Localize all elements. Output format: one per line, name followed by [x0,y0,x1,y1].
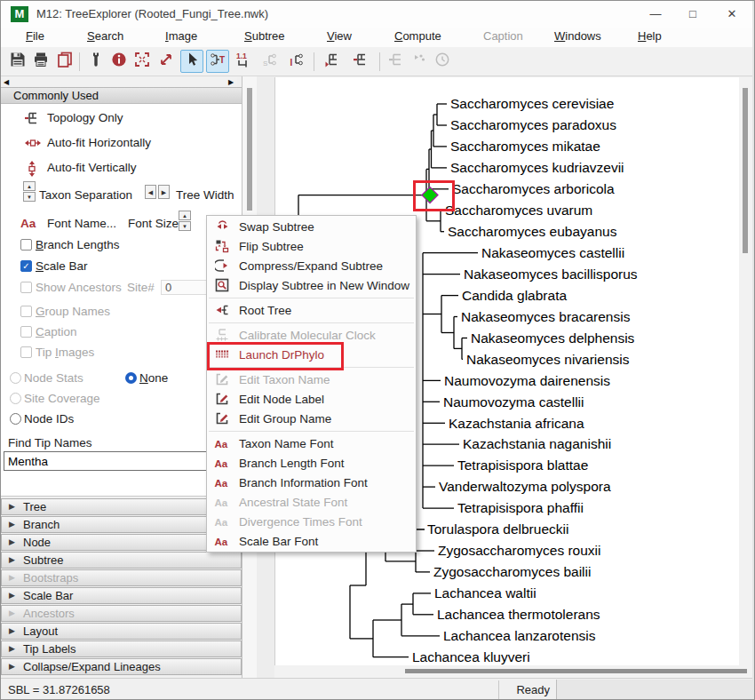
taxon-label[interactable]: Nakaseomyces bracarensis [461,309,631,324]
sidebar-horizontal-scrollbar[interactable]: ◀ ▶ [1,77,237,87]
expand-lineage-button[interactable] [321,50,344,73]
menu-item-branch-length-font[interactable]: AaBranch Length Font [207,453,416,473]
tree-vscroll-thumb[interactable] [743,88,748,253]
sidebar-action-auto-fit-vertically[interactable]: Auto-fit Vertically [1,158,242,178]
taxon-label[interactable]: Lachancea kluyveri [412,649,530,664]
taxon-label[interactable]: Lachancea thermotolerans [437,607,600,622]
title-bar: M M12: TreeExplorer (Rooted_Fungi_Tree.n… [1,1,752,28]
taxon-label[interactable]: Naumovozyma dairenensis [444,373,610,388]
close-button[interactable]: ✕ [712,1,751,27]
menu-item-flip-subtree[interactable]: Flip Subtree [207,236,416,256]
minimize-button[interactable]: — [636,1,675,27]
none-radio[interactable] [125,372,137,384]
expand-lineage-icon [324,52,340,71]
font-aa-icon: Aa [20,217,36,230]
branch-length-display-button[interactable]: 1.1 [232,50,255,73]
tools-button[interactable] [84,50,107,73]
accordion-tip-labels[interactable]: ▶Tip Labels [1,640,242,657]
menu-item-root-tree[interactable]: Root Tree [207,300,416,320]
taxon-label[interactable]: Nakaseomyces nivariensis [466,352,630,367]
toolbar-separator [379,52,380,71]
menu-item-edit-group-name[interactable]: Edit Group Name [207,409,416,428]
taxon-label[interactable]: Saccharomyces kudriavzevii [450,160,624,175]
menu-windows[interactable]: Windows [554,29,601,43]
taxon-label[interactable]: Candida glabrata [462,288,567,303]
menu-item-edit-node-label[interactable]: Edit Node Label [207,389,416,409]
font-size-stepper[interactable]: ▲▼ [179,211,191,232]
taxon-label[interactable]: Zygosaccharomyces rouxii [438,543,600,558]
menu-item-branch-information-font[interactable]: AaBranch Information Font [207,473,416,492]
accordion-layout[interactable]: ▶Layout [1,623,242,640]
taxon-label[interactable]: Saccharomyces cerevisiae [450,96,614,111]
node-ids-display-button[interactable]: I [285,50,308,73]
status-bar: SBL = 31.87261658 Ready [1,678,755,700]
node-ids-radio[interactable] [10,413,21,425]
info-button[interactable] [107,50,131,73]
taxon-label[interactable]: Kazachstania naganishii [463,436,611,451]
menu-search[interactable]: Search [87,29,123,43]
font-name-button[interactable]: Font Name... [47,217,116,230]
menu-compute[interactable]: Compute [394,29,441,43]
menu-item-swap-subtree[interactable]: Swap Subtree [207,217,416,236]
print-button[interactable] [29,50,52,73]
font-aa-icon: Aa [212,475,232,489]
taxon-label[interactable]: Lachancea waltii [434,585,536,601]
scale-bar-checkbox[interactable]: ✓ [20,260,32,272]
stats-display-button: S [258,50,282,73]
find-tip-names-input[interactable] [4,451,209,471]
taxon-label[interactable]: Nakaseomyces delphensis [471,330,635,346]
topology-tree-button[interactable] [349,50,372,73]
taxon-label[interactable]: Kazachstania africana [449,416,584,431]
resize-diagonal-button[interactable] [155,50,178,73]
accordion-subtree[interactable]: ▶Subtree [1,552,242,569]
tree-vertical-scrollbar[interactable] [739,77,752,665]
tree-width-increase-button[interactable]: ▶ [158,185,170,199]
taxon-label[interactable]: Vanderwaltozyma polyspora [439,479,611,494]
copy-button[interactable] [53,50,76,73]
scroll-left-icon[interactable]: ◀ [4,77,9,87]
maximize-button[interactable]: □ [673,1,712,27]
tree-horizontal-scrollbar[interactable] [274,665,752,678]
taxon-label[interactable]: Nakaseomyces bacillisporus [464,266,638,282]
taxon-label[interactable]: Nakaseomyces castellii [481,245,624,260]
menu-item-label: Divergence Times Font [239,515,362,529]
menu-image[interactable]: Image [165,29,197,43]
autofit-horizontal-icon [24,135,42,155]
cursor-button[interactable] [180,50,203,73]
menu-file[interactable]: File [26,29,44,43]
menu-item-scale-bar-font[interactable]: AaScale Bar Font [207,531,416,551]
menu-item-compress-expand-subtree[interactable]: Compress/Expand Subtree [207,256,416,275]
taxon-separation-stepper[interactable]: ▲▼ [23,181,36,203]
sidebar-scroll-thumb[interactable] [247,88,252,211]
taxon-label[interactable]: Torulaspora delbrueckii [427,521,568,537]
taxon-label[interactable]: Naumovozyma castellii [443,394,584,410]
menu-view[interactable]: View [327,29,352,43]
save-button[interactable] [6,50,29,73]
taxon-label[interactable]: Saccharomyces paradoxus [450,117,616,132]
taxon-label[interactable]: Saccharomyces arboricola [452,181,615,196]
taxon-label[interactable]: Tetrapisispora blattae [457,457,588,473]
taxon-label[interactable]: Saccharomyces uvarum [445,203,592,218]
display-subtree-icon [212,278,232,292]
taxon-label[interactable]: Zygosaccharomyces bailii [433,564,591,579]
tree-width-decrease-button[interactable]: ◀ [145,185,156,199]
taxon-label[interactable]: Tetrapisispora phaffii [457,500,584,515]
accordion-scale-bar[interactable]: ▶Scale Bar [1,587,242,604]
menu-item-label: Flip Subtree [239,240,304,253]
taxon-label[interactable]: Saccharomyces eubayanus [448,224,617,239]
menu-help[interactable]: Help [638,29,662,43]
tree-hscroll-thumb[interactable] [405,669,747,673]
fit-screen-button[interactable] [131,50,154,73]
taxon-label[interactable]: Saccharomyces mikatae [450,139,600,154]
accordion-collapse-expand-lineages[interactable]: ▶Collapse/Expand Lineages [1,658,242,675]
taxon-label[interactable]: Lachancea lanzarotensis [443,628,596,643]
stats-display-icon: S [262,52,278,71]
menu-subtree[interactable]: Subtree [244,29,285,43]
menu-item-taxon-name-font[interactable]: AaTaxon Name Font [207,434,416,453]
select-subtree-button[interactable]: T [206,50,229,73]
menu-item-display-subtree-in-new-window[interactable]: Display Subtree in New Window [207,275,416,295]
sidebar-action-auto-fit-horizontally[interactable]: Auto-fit Horizontally [1,133,242,153]
branch-lengths-checkbox[interactable] [20,239,32,251]
scroll-right-icon[interactable]: ▶ [228,77,234,87]
sidebar-action-topology-only[interactable]: Topology Only [1,108,242,128]
